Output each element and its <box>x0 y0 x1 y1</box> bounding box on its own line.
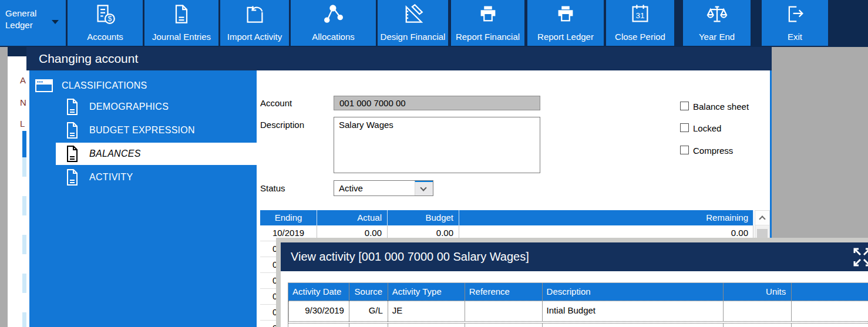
compress-checkbox[interactable] <box>680 146 689 154</box>
toolbar-button-label: Allocations <box>291 32 376 42</box>
sidebar-item-balances-selected[interactable]: BALANCES <box>56 143 257 165</box>
toolbar-button-report-ledger[interactable]: Report Ledger <box>527 0 604 46</box>
column-header-ending: Ending <box>260 210 317 225</box>
toolbar-button-journal-entries[interactable]: Journal Entries <box>144 0 218 46</box>
toolbar-button-label: Report Financial <box>451 32 524 42</box>
amount-cell[interactable] <box>792 323 868 327</box>
application-window: General Ledger $ Accounts <box>0 0 868 327</box>
sidebar-item-label: DEMOGRAPHICS <box>89 96 169 118</box>
toolbar-button-accounts[interactable]: $ Accounts <box>68 0 143 46</box>
activity-date-cell[interactable]: 9/30/2019 <box>288 301 349 322</box>
document-icon <box>65 122 80 141</box>
column-header-remaining: Remaining <box>459 210 753 225</box>
activity-date-cell[interactable] <box>288 323 349 327</box>
locked-checkbox-label: Locked <box>693 123 721 133</box>
document-icon <box>65 168 80 188</box>
toolbar-button-report-financial[interactable]: Report Financial <box>451 0 524 46</box>
column-header-units: Units <box>724 283 792 301</box>
dropdown-arrow-button[interactable] <box>415 181 433 195</box>
source-cell[interactable]: G/L <box>349 301 388 322</box>
background-field-label: L <box>20 119 25 129</box>
toolbar-button-exit[interactable]: Exit <box>762 0 828 46</box>
sidebar-item-classifications[interactable]: CLASSIFICATIONS <box>29 75 257 96</box>
toolbar-button-design-financial[interactable]: Design Financial <box>378 0 448 46</box>
column-header-source: Source <box>349 283 388 301</box>
account-label: Account <box>260 98 292 108</box>
column-header-amount: Amount <box>792 283 868 301</box>
chevron-down-icon <box>420 184 426 191</box>
activity-type-cell[interactable] <box>388 323 465 327</box>
sidebar-item-demographics[interactable]: DEMOGRAPHICS <box>29 96 257 118</box>
sidebar-item-label: BALANCES <box>89 143 141 165</box>
activity-type-cell[interactable]: JE <box>388 301 465 322</box>
status-dropdown[interactable]: Active <box>334 180 433 196</box>
toolbar-button-label: Accounts <box>68 32 143 42</box>
toolbar-button-close-period[interactable]: 31 Close Period <box>606 0 674 46</box>
dialog-title-bar: Changing account <box>26 47 772 70</box>
column-header-activity-date: Activity Date <box>288 283 349 301</box>
compress-checkbox-label: Compress <box>693 146 733 156</box>
description-label: Description <box>260 120 304 130</box>
toolbar-button-label: Import Activity <box>220 32 289 42</box>
toolbar-button-allocations[interactable]: Allocations <box>291 0 376 46</box>
sidebar-item-activity[interactable]: ACTIVITY <box>29 166 257 188</box>
background-field-label: N <box>20 97 26 107</box>
balances-table-header: Ending Actual Budget Remaining <box>260 210 753 225</box>
reference-cell[interactable] <box>465 301 543 322</box>
view-activity-title: View activity [001 000 7000 00 Salary Wa… <box>291 250 529 263</box>
chevron-down-icon <box>52 20 59 24</box>
exit-door-icon <box>785 4 806 25</box>
background-field-label: A <box>20 75 26 85</box>
description-cell[interactable] <box>543 323 724 327</box>
column-header-activity-type: Activity Type <box>388 283 465 301</box>
balance-sheet-checkbox-label: Balance sheet <box>693 102 749 112</box>
activity-row-empty[interactable] <box>288 323 868 327</box>
toolbar-button-label: Journal Entries <box>144 32 218 42</box>
general-ledger-menu-button[interactable]: General Ledger <box>0 0 66 46</box>
main-toolbar: General Ledger $ Accounts <box>0 0 868 47</box>
nodes-icon <box>323 4 344 25</box>
status-selected-value: Active <box>339 181 363 195</box>
units-cell[interactable] <box>724 323 792 327</box>
column-header-description: Description <box>543 283 724 301</box>
sidebar-item-label: CLASSIFICATIONS <box>62 75 147 96</box>
expand-arrows-icon[interactable] <box>852 247 868 267</box>
classification-sidebar: CLASSIFICATIONS DEMOGRAPHICS <box>29 70 257 327</box>
sidebar-item-label: BUDGET EXPRESSION <box>89 119 195 141</box>
source-cell[interactable] <box>349 323 388 327</box>
document-icon <box>171 4 192 25</box>
activity-table-header: Activity Date Source Activity Type Refer… <box>288 283 868 301</box>
background-window-header-sliver <box>8 47 26 56</box>
activity-row-selected[interactable]: 9/30/2019 G/L JE Intial Budget 3,439.40 <box>288 301 868 322</box>
column-header-actual: Actual <box>317 210 388 225</box>
column-header-reference: Reference <box>465 283 543 301</box>
document-icon <box>65 145 80 165</box>
toolbar-button-label: Year End <box>683 32 751 42</box>
background-grid-rows-sliver <box>22 157 26 327</box>
set-square-pencil-icon <box>402 4 423 25</box>
reference-cell[interactable] <box>465 323 543 327</box>
balance-sheet-checkbox[interactable] <box>680 102 689 110</box>
scroll-up-button[interactable] <box>755 211 769 225</box>
calendar-31-icon: 31 <box>630 4 651 25</box>
description-cell[interactable]: Intial Budget <box>543 301 724 322</box>
toolbar-button-import-activity[interactable]: Import Activity <box>220 0 289 46</box>
column-header-budget: Budget <box>388 210 459 225</box>
view-activity-title-bar: View activity [001 000 7000 00 Salary Wa… <box>281 242 868 271</box>
menu-label-line2: Ledger <box>5 20 33 30</box>
menu-label-line1: General <box>5 8 36 18</box>
sidebar-item-budget-expression[interactable]: BUDGET EXPRESSION <box>29 119 257 141</box>
account-field[interactable] <box>334 96 540 110</box>
view-activity-dialog-body: View activity [001 000 7000 00 Salary Wa… <box>281 242 868 327</box>
description-field[interactable]: Salary Wages <box>334 117 540 173</box>
activity-table: Activity Date Source Activity Type Refer… <box>288 282 868 327</box>
toolbar-button-label: Design Financial <box>378 32 448 42</box>
toolbar-button-year-end[interactable]: Year End <box>683 0 751 46</box>
printer-icon <box>555 4 576 25</box>
locked-checkbox[interactable] <box>680 123 689 132</box>
units-cell[interactable] <box>724 301 792 322</box>
svg-text:$: $ <box>107 15 112 23</box>
window-icon <box>35 77 53 96</box>
amount-cell[interactable]: 3,439.40 <box>792 301 868 322</box>
sidebar-item-label: ACTIVITY <box>89 166 133 188</box>
